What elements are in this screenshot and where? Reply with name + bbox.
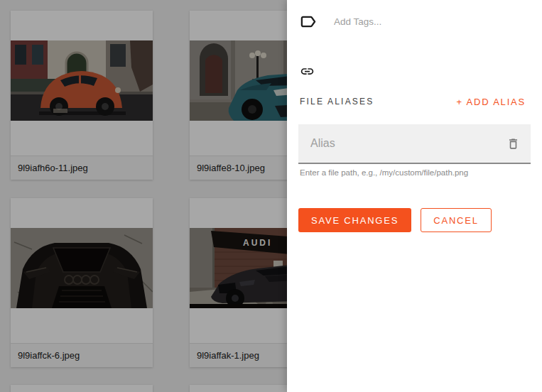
tags-row xyxy=(300,12,531,31)
tag-icon xyxy=(300,13,316,30)
edit-file-panel: FILE ALIASES + ADD ALIAS Enter a file pa… xyxy=(287,0,542,392)
file-aliases-header: FILE ALIASES + ADD ALIAS xyxy=(300,94,526,109)
add-alias-button[interactable]: + ADD ALIAS xyxy=(457,97,526,107)
alias-input[interactable] xyxy=(310,137,506,150)
link-row xyxy=(300,64,315,78)
alias-field xyxy=(298,124,531,164)
panel-actions: SAVE CHANGES CANCEL xyxy=(298,208,492,232)
link-icon xyxy=(300,64,315,79)
alias-helper-text: Enter a file path, e.g., /my/custom/file… xyxy=(300,168,468,177)
file-aliases-title: FILE ALIASES xyxy=(300,97,374,107)
add-tags-input[interactable] xyxy=(334,16,531,27)
trash-icon xyxy=(506,137,520,151)
save-changes-button[interactable]: SAVE CHANGES xyxy=(298,208,411,232)
cancel-button[interactable]: CANCEL xyxy=(421,208,492,232)
delete-alias-button[interactable] xyxy=(506,137,520,151)
